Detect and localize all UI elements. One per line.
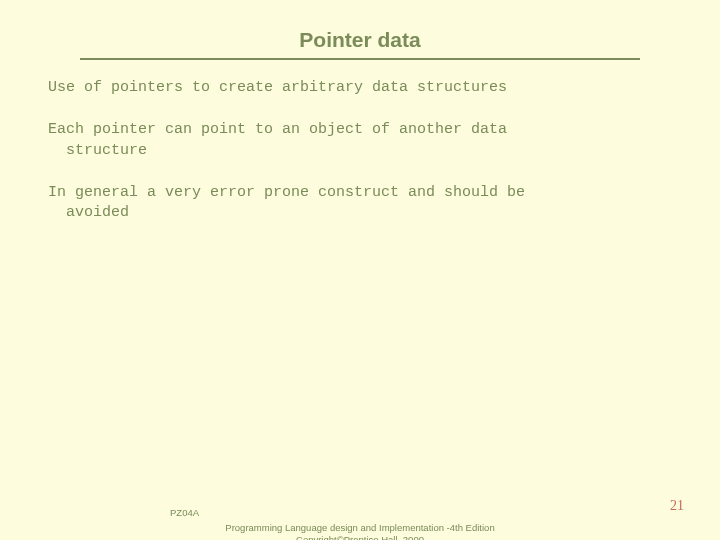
paragraph: Use of pointers to create arbitrary data…	[48, 78, 680, 98]
slide-body: Use of pointers to create arbitrary data…	[48, 78, 680, 245]
footer-line1: Programming Language design and Implemen…	[225, 522, 494, 533]
title-block: Pointer data	[0, 28, 720, 60]
paragraph: Each pointer can point to an object of a…	[48, 120, 680, 161]
slide: Pointer data Use of pointers to create a…	[0, 0, 720, 540]
slide-title: Pointer data	[0, 28, 720, 52]
footer-code: PZ04A	[170, 507, 199, 518]
paragraph: In general a very error prone construct …	[48, 183, 680, 224]
page-number: 21	[670, 498, 684, 514]
footer-center: Programming Language design and Implemen…	[0, 522, 720, 540]
footer-line2: Copyright©Prentice Hall, 2000	[296, 534, 424, 540]
title-underline	[80, 58, 640, 60]
